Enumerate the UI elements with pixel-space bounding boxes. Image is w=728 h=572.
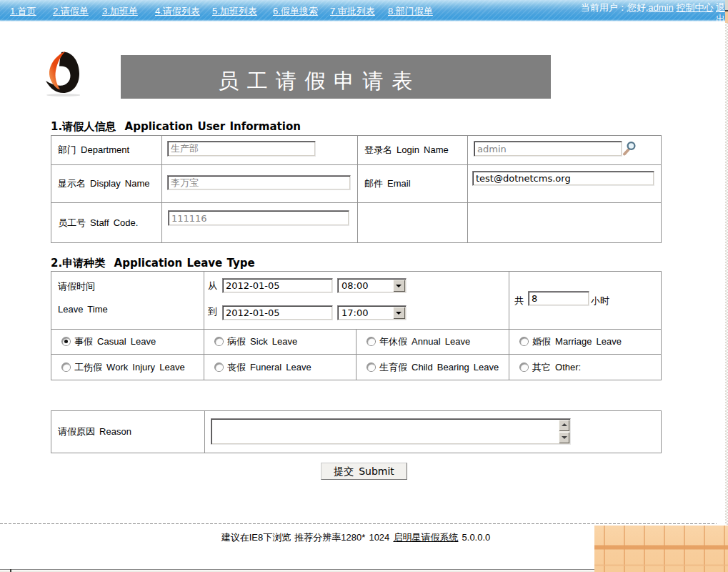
- textarea-scroll-up-button[interactable]: [559, 420, 569, 431]
- radio-other[interactable]: [520, 363, 528, 371]
- department-label: 部门 Department: [51, 136, 162, 165]
- leave-time-label-cell: 请假时间 Leave Time: [51, 272, 204, 330]
- from-date-input[interactable]: [222, 278, 333, 293]
- submit-button[interactable]: 提交 Submit: [321, 463, 407, 480]
- option-cell-sick: 病假 Sick Leave: [204, 330, 356, 355]
- sick-leave-label: 病假 Sick Leave: [227, 336, 297, 347]
- other-label: 其它 Other:: [532, 362, 581, 373]
- radio-sick-leave[interactable]: [215, 337, 223, 345]
- orange-grid-overlay: [594, 526, 728, 572]
- staff-code-label: 员工号 Staff Code.: [51, 203, 162, 243]
- department-input[interactable]: [167, 141, 316, 157]
- leave-time-label-en: Leave Time: [58, 304, 204, 315]
- email-input[interactable]: [472, 171, 654, 186]
- footer-version: 5.0.0.0: [458, 532, 490, 543]
- page: 1.首页 2.请假单 3.加班单 4.请假列表 5.加班列表 6.假单搜索 7.…: [0, 0, 728, 572]
- work-injury-leave-label: 工伤假 Work Injury Leave: [74, 362, 185, 373]
- login-name-label: 登录名 Login Name: [358, 136, 468, 165]
- nav-overtime-list[interactable]: 5.加班列表: [212, 6, 257, 16]
- scrollbar-thumb[interactable]: [725, 11, 728, 23]
- funeral-leave-label: 丧假 Funeral Leave: [227, 362, 311, 373]
- textarea-scrollbar[interactable]: [559, 420, 569, 443]
- radio-casual-leave[interactable]: [62, 337, 70, 345]
- to-label: 到: [208, 305, 217, 318]
- scroll-up-arrow-icon: [562, 423, 567, 426]
- nav-leave-form[interactable]: 2.请假单: [53, 6, 89, 16]
- to-time-value: 17:00: [341, 307, 368, 318]
- nav-overtime-form[interactable]: 3.加班单: [102, 6, 138, 16]
- top-navbar: 1.首页 2.请假单 3.加班单 4.请假列表 5.加班列表 6.假单搜索 7.…: [0, 0, 728, 21]
- brand-logo: [46, 49, 80, 97]
- radio-work-injury-leave[interactable]: [62, 363, 70, 371]
- casual-leave-label: 事假 Casual Leave: [74, 336, 156, 347]
- page-banner: 员工请假申请表: [121, 55, 551, 99]
- user-admin-link[interactable]: admin: [648, 2, 673, 13]
- scrollbar-track[interactable]: [725, 23, 728, 525]
- annual-leave-label: 年休假 Annual Leave: [379, 336, 470, 347]
- radio-annual-leave[interactable]: [367, 337, 375, 345]
- current-user-info: 当前用户：您好,admin 控制中心 退出: [579, 2, 725, 25]
- reason-label: 请假原因 Reason: [51, 411, 205, 453]
- option-cell-work-injury: 工伤假 Work Injury Leave: [51, 355, 204, 380]
- nav-home[interactable]: 1.首页: [10, 6, 36, 16]
- marriage-leave-label: 婚假 Marriage Leave: [532, 336, 622, 347]
- option-cell-other: 其它 Other:: [509, 355, 662, 380]
- email-label: 邮件 Email: [358, 165, 468, 203]
- total-unit-label: 小时: [591, 295, 609, 307]
- display-name-label: 显示名 Display Name: [51, 165, 162, 203]
- vertical-scrollbar[interactable]: [725, 0, 728, 525]
- footer-advice: 建议在IE8下浏览 推荐分辨率1280* 1024: [221, 532, 394, 543]
- page-title: 员工请假申请表: [218, 70, 421, 92]
- dropdown-arrow-icon: [396, 312, 402, 315]
- total-hours-input[interactable]: [528, 291, 589, 306]
- option-cell-annual: 年休假 Annual Leave: [356, 330, 509, 355]
- section2-heading: 2.申请种类 Application Leave Type: [51, 257, 255, 270]
- from-time-value: 08:00: [341, 280, 368, 291]
- user-greeting: 当前用户：您好,: [581, 2, 649, 13]
- control-center-link[interactable]: 控制中心: [676, 2, 713, 13]
- footer-divider: [0, 523, 717, 524]
- reason-textarea[interactable]: [213, 420, 557, 443]
- login-name-input[interactable]: [474, 141, 622, 157]
- nav-leave-search[interactable]: 6.假单搜索: [273, 6, 318, 16]
- dropdown-arrow-icon: [396, 285, 402, 287]
- display-name-input[interactable]: [167, 175, 351, 190]
- taskbar-tick: [10, 569, 11, 572]
- to-date-input[interactable]: [222, 305, 333, 320]
- radio-child-bearing-leave[interactable]: [367, 363, 375, 371]
- nav-leave-list[interactable]: 4.请假列表: [155, 6, 200, 16]
- from-time-select[interactable]: 08:00: [337, 278, 407, 293]
- from-time-dropdown-button[interactable]: [393, 280, 405, 292]
- section1-heading: 1.请假人信息 Application User Information: [51, 120, 301, 134]
- nav-approval-list[interactable]: 7.审批列表: [330, 6, 375, 16]
- option-cell-funeral: 丧假 Funeral Leave: [204, 355, 356, 380]
- search-icon[interactable]: [622, 139, 642, 158]
- staff-code-input[interactable]: [168, 210, 349, 226]
- nav-dept-leaves[interactable]: 8.部门假单: [388, 6, 433, 16]
- from-label: 从: [208, 280, 217, 292]
- logout-link[interactable]: 退出: [716, 2, 725, 24]
- to-time-dropdown-button[interactable]: [393, 307, 405, 319]
- empty-cell-1: [358, 203, 468, 243]
- child-bearing-leave-label: 生育假 Child Bearing Leave: [379, 362, 499, 373]
- option-cell-child-bearing: 生育假 Child Bearing Leave: [356, 355, 509, 380]
- taskbar-edge: [0, 569, 594, 572]
- total-label: 共: [514, 295, 524, 307]
- option-cell-casual: 事假 Casual Leave: [51, 330, 204, 355]
- radio-funeral-leave[interactable]: [215, 363, 223, 371]
- radio-marriage-leave[interactable]: [520, 337, 528, 345]
- option-cell-marriage: 婚假 Marriage Leave: [509, 330, 662, 355]
- reason-textarea-box: [211, 418, 571, 445]
- to-time-select[interactable]: 17:00: [337, 305, 407, 320]
- system-name-link[interactable]: 启明星请假系统: [393, 532, 458, 543]
- scroll-down-arrow-icon: [562, 436, 567, 439]
- empty-cell-2: [468, 203, 662, 243]
- textarea-scroll-down-button[interactable]: [559, 432, 569, 443]
- leave-time-label-cn: 请假时间: [58, 280, 204, 293]
- scrollbar-up-button[interactable]: [725, 0, 728, 10]
